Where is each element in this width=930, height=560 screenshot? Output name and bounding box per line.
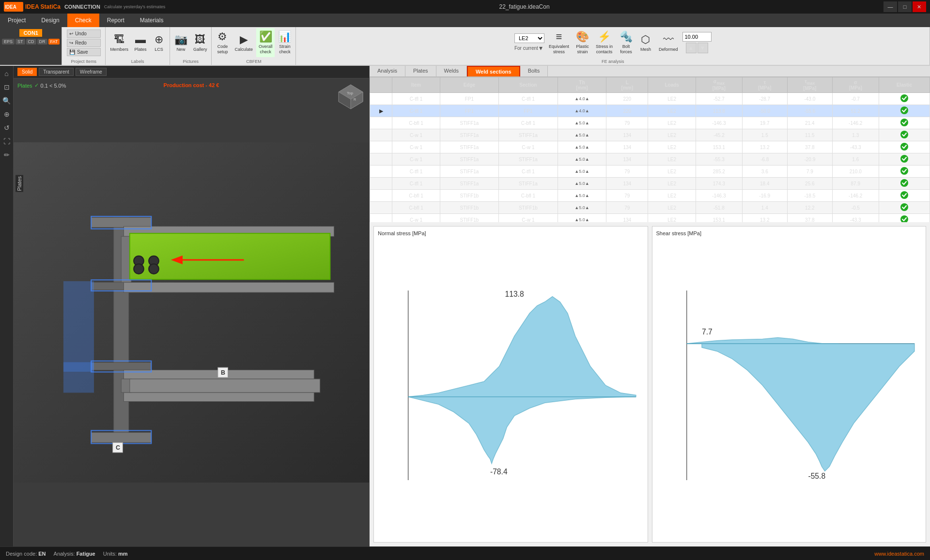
cell-sigma: -43.3	[832, 141, 879, 153]
deformed-button[interactable]: 〰 Deformed	[656, 28, 681, 57]
tag-eps[interactable]: EPS	[2, 39, 15, 45]
plates-button[interactable]: ▬ Plates	[132, 28, 149, 57]
equivalent-stress-button[interactable]: ≡ Equivalent stress	[546, 28, 572, 57]
close-button[interactable]: ✕	[913, 1, 926, 12]
zoom-fit-icon[interactable]: ⊡	[1, 81, 13, 93]
svg-rect-10	[91, 433, 151, 443]
tag-dr[interactable]: DR	[37, 39, 47, 45]
tab-weld-sections[interactable]: Weld sections	[467, 66, 520, 76]
wireframe-view-button[interactable]: Wireframe	[76, 68, 107, 76]
tab-plates[interactable]: Plates	[405, 66, 436, 76]
table-row[interactable]: C-w 1STIFF1aSTIFF1a▲5.0▲134LE2-55.3-6.8-…	[370, 153, 930, 166]
tab-analysis[interactable]: Analysis	[370, 66, 405, 76]
menu-tab-check[interactable]: Check	[67, 14, 99, 27]
minimize-button[interactable]: —	[884, 1, 897, 12]
tag-cd[interactable]: CD	[26, 39, 36, 45]
transparent-view-button[interactable]: Transparent	[39, 68, 74, 76]
table-row[interactable]: C-w 1STIFF1bC-w 1▲5.0▲134LE2153.113.237.…	[370, 214, 930, 223]
mesh-button[interactable]: ⬡ Mesh	[637, 28, 654, 57]
view-header: Solid Transparent Wireframe	[14, 66, 369, 78]
3d-viewport[interactable]: Plates ✓ 0.1 < 5.0% Production cost - 42…	[14, 78, 369, 546]
row-arrow-cell	[370, 141, 392, 153]
tag-fat[interactable]: FAT	[48, 39, 60, 45]
redo-button[interactable]: ↪ Redo	[67, 39, 101, 47]
svg-point-39	[900, 119, 908, 126]
solid-view-button[interactable]: Solid	[17, 68, 37, 76]
table-row[interactable]: C-tfl 1STIFF1aSTIFF1a▲5.0▲134LE2174.318.…	[370, 178, 930, 190]
stress-contacts-button[interactable]: ⚡ Stress in contacts	[593, 28, 615, 57]
menu-tab-project[interactable]: Project	[0, 14, 33, 27]
code-setup-button[interactable]: ⚙ Code setup	[214, 28, 231, 57]
draw-icon[interactable]: ✏	[1, 149, 13, 161]
cell-tau: -6.8	[742, 153, 787, 166]
strain-check-button[interactable]: 📊 Strain check	[276, 28, 294, 57]
svg-text:-55.8: -55.8	[808, 472, 825, 480]
cell-th: ▲4.0▲	[558, 105, 606, 117]
undo-button[interactable]: ↩ Undo	[67, 30, 101, 38]
for-current-dropdown-icon[interactable]: ▾	[539, 44, 542, 52]
cell-tau: 1.4	[742, 202, 787, 214]
lcs-button[interactable]: ⊕ LCS	[150, 28, 168, 57]
table-row[interactable]: ▶C-tfl 1FP1FP1▲4.0▲220LE2113.8-50.0-55.6…	[370, 105, 930, 117]
bolt-forces-button[interactable]: 🔩 Bolt forces	[617, 28, 635, 57]
window-title: 22_fatigue.ideaCon	[499, 3, 550, 10]
cell-sigma: 210.0	[832, 166, 879, 178]
cell-th: ▲4.0▲	[558, 93, 606, 105]
table-row[interactable]: C-w 1STIFF1aSTIFF1a▲5.0▲134LE2-45.21.511…	[370, 129, 930, 141]
fe-down-button[interactable]: ▼	[698, 43, 708, 53]
table-row[interactable]: C-tfl 1FP1C-tfl 1▲4.0▲220LE2-52.7-28.7-4…	[370, 93, 930, 105]
refresh-icon[interactable]: ↺	[1, 122, 13, 134]
load-case-dropdown[interactable]: LE2 LE1	[514, 33, 544, 43]
cell-l: 220	[606, 93, 648, 105]
results-table-container[interactable]: Item Edge Section Th[mm] L[mm] Loads σma…	[370, 77, 930, 222]
pan-icon[interactable]: ⊕	[1, 108, 13, 120]
cell-edge: STIFF1b	[440, 214, 498, 223]
menu-tab-design[interactable]: Design	[33, 14, 67, 27]
save-button[interactable]: 💾 Save	[67, 48, 101, 56]
cell-section: C-w 1	[499, 141, 558, 153]
home-icon[interactable]: ⌂	[1, 68, 13, 79]
maximize-button[interactable]: □	[898, 1, 912, 12]
fe-analysis-section: LE2 LE1 For current ▾ ≡ Equivalent stres…	[296, 27, 930, 65]
calculate-button[interactable]: ▶ Calculate	[232, 28, 255, 57]
cell-item: C-tfl 1	[392, 178, 440, 190]
svg-rect-12	[91, 363, 151, 370]
svg-point-46	[900, 203, 908, 211]
table-row[interactable]: C-tfl 1STIFF1aC-tfl 1▲5.0▲79LE2285.23.67…	[370, 166, 930, 178]
cell-th: ▲5.0▲	[558, 202, 606, 214]
website-link[interactable]: www.ideastatica.com	[874, 551, 924, 557]
fullscreen-icon[interactable]: ⛶	[1, 136, 13, 147]
cell-item: C-tfl 1	[392, 105, 440, 117]
cell-tmax: -18.5	[787, 190, 832, 202]
cell-tmax: 12.2	[787, 202, 832, 214]
fe-value-input[interactable]	[682, 32, 712, 42]
new-picture-button[interactable]: 📷 New	[172, 28, 190, 57]
cell-l: 79	[606, 202, 648, 214]
svg-point-24	[149, 264, 159, 274]
zoom-in-icon[interactable]: 🔍	[1, 95, 13, 106]
table-row[interactable]: C-bfl 1STIFF1bC-bfl 1▲5.0▲79LE2-146.3-16…	[370, 190, 930, 202]
table-row[interactable]: C-bfl 1STIFF1bSTIFF1b▲5.0▲79LE2-51.81.41…	[370, 202, 930, 214]
cell-elastic	[879, 166, 930, 178]
cell-tau: 19.7	[742, 117, 787, 129]
menu-tab-report[interactable]: Report	[99, 14, 132, 27]
plastic-strain-button[interactable]: 🎨 Plastic strain	[574, 28, 591, 57]
cell-section: STIFF1a	[499, 178, 558, 190]
svg-text:-78.4: -78.4	[490, 468, 508, 476]
tab-welds[interactable]: Welds	[436, 66, 467, 76]
table-row[interactable]: C-bfl 1STIFF1aC-bfl 1▲5.0▲79LE2-146.319.…	[370, 117, 930, 129]
members-button[interactable]: 🏗 Members	[108, 28, 131, 57]
svg-rect-18	[124, 393, 314, 402]
overall-check-icon: ✅	[259, 30, 272, 43]
cell-loads: LE2	[648, 153, 696, 166]
table-row[interactable]: C-w 1STIFF1aC-w 1▲5.0▲134LE2153.113.237.…	[370, 141, 930, 153]
fe-up-button[interactable]: ▲	[686, 43, 697, 53]
tag-st[interactable]: ST	[16, 39, 25, 45]
overall-check-button[interactable]: ✅ Overall check	[256, 28, 275, 57]
pictures-section: 📷 New 🖼 Gallery Pictures	[170, 27, 212, 65]
gallery-button[interactable]: 🖼 Gallery	[191, 28, 210, 57]
cell-loads: LE2	[648, 105, 696, 117]
menu-tab-materials[interactable]: Materials	[132, 14, 171, 27]
bolt-forces-icon: 🔩	[620, 30, 633, 43]
tab-bolts[interactable]: Bolts	[520, 66, 548, 76]
